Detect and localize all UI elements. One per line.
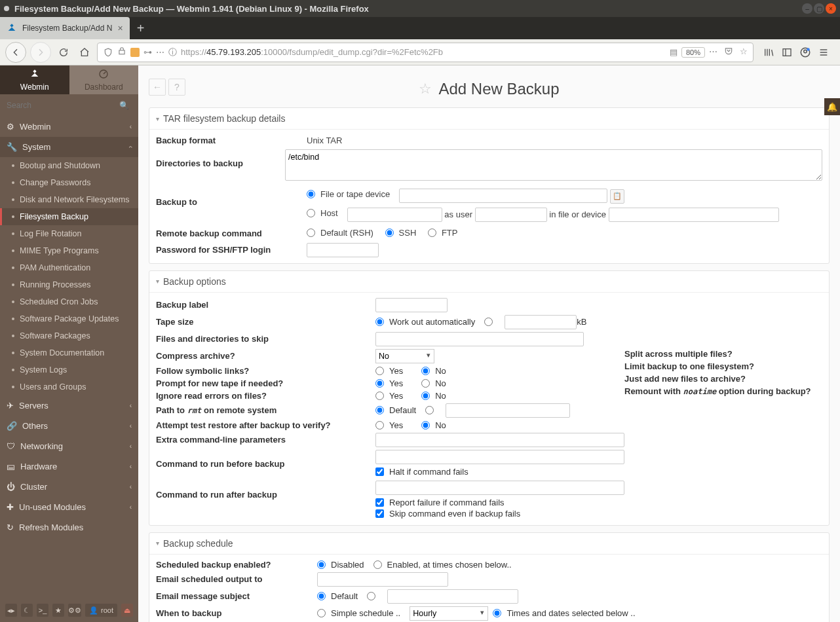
cmd-before-input[interactable] (375, 450, 624, 464)
radio-subject-default[interactable]: Default (317, 591, 358, 601)
nav-sub-software-package-updates[interactable]: Software Package Updates (0, 310, 138, 327)
nav-servers[interactable]: ✈Servers‹ (0, 395, 138, 416)
nav-refresh[interactable]: ↻Refresh Modules (0, 517, 138, 538)
library-icon[interactable] (763, 46, 774, 58)
tape-kb-input[interactable] (505, 315, 577, 329)
nav-hardware[interactable]: 🖴Hardware‹ (0, 456, 138, 477)
zoom-level[interactable]: 80% (681, 47, 705, 58)
tab-close-icon[interactable]: × (117, 23, 123, 33)
sidebar-tab-dashboard[interactable]: Dashboard (69, 65, 139, 94)
radio-follow-yes[interactable]: Yes (375, 366, 403, 376)
nav-sub-software-packages[interactable]: Software Packages (0, 327, 138, 344)
sidebar-icon[interactable] (781, 46, 793, 58)
extra-params-input[interactable] (375, 433, 624, 447)
radio-default-rsh[interactable]: Default (RSH) (307, 228, 373, 238)
minimize-button[interactable]: – (802, 3, 812, 14)
check-report[interactable]: Report failure if command fails (375, 498, 505, 507)
nav-sub-scheduled-cron-jobs[interactable]: Scheduled Cron Jobs (0, 293, 138, 310)
reader-mode-icon[interactable]: ▤ (670, 47, 678, 57)
radio-follow-no[interactable]: No (421, 366, 446, 376)
remote-file-input[interactable] (609, 208, 779, 222)
pocket-icon[interactable] (724, 46, 733, 58)
radio-prompt-yes[interactable]: Yes (375, 378, 403, 388)
files-skip-input[interactable] (375, 332, 584, 346)
radio-tape-kb[interactable] (484, 318, 495, 326)
back-button[interactable] (5, 42, 26, 63)
email-subject-input[interactable] (387, 589, 518, 604)
radio-host[interactable]: Host (307, 208, 338, 218)
terminal-button[interactable]: >_ (37, 604, 48, 617)
rmt-path-input[interactable] (446, 403, 570, 418)
nav-system[interactable]: 🔧System‹ (0, 137, 138, 157)
nav-sub-pam-authentication[interactable]: PAM Authentication (0, 259, 138, 276)
radio-ignore-no[interactable]: No (421, 391, 446, 401)
sidebar-search-input[interactable] (5, 97, 133, 114)
cmd-after-input[interactable] (375, 481, 624, 495)
radio-attempt-no[interactable]: No (421, 420, 446, 430)
help-button[interactable]: ? (168, 79, 185, 96)
nav-sub-users-and-groups[interactable]: Users and Groups (0, 378, 138, 395)
radio-rmt-custom[interactable] (425, 406, 436, 414)
directories-textarea[interactable]: /etc/bind (285, 149, 822, 181)
night-mode-button[interactable]: ☾ (21, 604, 33, 617)
as-user-input[interactable] (475, 208, 547, 222)
nav-sub-filesystem-backup[interactable]: Filesystem Backup (0, 208, 138, 225)
email-output-input[interactable] (317, 572, 448, 587)
nav-unused[interactable]: ✚Un-used Modules‹ (0, 497, 138, 517)
panel-head-tar[interactable]: ▾TAR filesystem backup details (149, 108, 829, 130)
bookmark-star-icon[interactable]: ☆ (740, 46, 748, 58)
address-bar[interactable]: ⊶ ⋯ ⓘ https://45.79.193.205:10000/fsdump… (97, 43, 754, 62)
password-input[interactable] (307, 243, 379, 257)
back-module-button[interactable]: ← (149, 79, 166, 96)
tracking-shield-icon[interactable] (103, 47, 113, 58)
close-button[interactable]: × (826, 3, 836, 14)
file-device-input[interactable] (399, 189, 607, 203)
check-skipcmd[interactable]: Skip command even if backup fails (375, 509, 520, 519)
favorites-button[interactable]: ★ (52, 604, 64, 617)
browser-tab[interactable]: Filesystem Backup/Add N × (0, 17, 130, 39)
permission-key-icon[interactable]: ⊶ (143, 47, 152, 57)
radio-rmt-default[interactable]: Default (375, 405, 416, 415)
permission-extra-icon[interactable]: ⋯ (156, 47, 164, 57)
radio-ssh[interactable]: SSH (385, 228, 417, 238)
nav-sub-system-documentation[interactable]: System Documentation (0, 344, 138, 361)
radio-file-device[interactable]: File or tape device (307, 189, 390, 199)
account-icon[interactable] (799, 46, 811, 58)
menu-hamburger-icon[interactable] (818, 46, 830, 58)
nav-sub-mime-type-programs[interactable]: MIME Type Programs (0, 242, 138, 259)
radio-prompt-no[interactable]: No (421, 378, 446, 388)
radio-sched-enabled[interactable]: Enabled, at times chosen below.. (373, 560, 512, 570)
nav-sub-disk-and-network-filesystems[interactable]: Disk and Network Filesystems (0, 191, 138, 208)
backup-label-input[interactable] (375, 298, 448, 312)
maximize-button[interactable]: ▢ (814, 3, 824, 14)
nav-sub-change-passwords[interactable]: Change Passwords (0, 174, 138, 191)
reload-button[interactable] (55, 44, 72, 61)
panel-head-options[interactable]: ▾Backup options (149, 271, 829, 293)
collapse-sidebar-button[interactable]: ◂▸ (5, 604, 17, 617)
radio-attempt-yes[interactable]: Yes (375, 420, 403, 430)
nav-cluster[interactable]: ⏻Cluster‹ (0, 477, 138, 497)
settings-cogs-button[interactable]: ⚙⚙ (68, 604, 81, 617)
favorite-star-icon[interactable]: ☆ (419, 81, 432, 98)
radio-tape-auto[interactable]: Work out automatically (375, 317, 475, 327)
nav-sub-running-processes[interactable]: Running Processes (0, 276, 138, 293)
new-tab-button[interactable]: + (130, 17, 152, 39)
compress-select[interactable]: No (375, 349, 434, 363)
nav-sub-log-file-rotation[interactable]: Log File Rotation (0, 225, 138, 242)
radio-times-selected[interactable]: Times and dates selected below .. (493, 608, 635, 618)
nav-webmin[interactable]: ⚙Webmin‹ (0, 117, 138, 137)
simple-schedule-select[interactable]: Hourly (410, 606, 488, 621)
logout-button[interactable]: ⏏ (121, 604, 133, 617)
lock-warning-icon[interactable] (117, 46, 126, 58)
forward-button[interactable] (30, 42, 51, 63)
info-circle-icon[interactable]: ⓘ (168, 46, 177, 58)
nav-others[interactable]: 🔗Others‹ (0, 416, 138, 436)
search-icon[interactable]: 🔍 (119, 101, 129, 110)
nav-networking[interactable]: 🛡Networking‹ (0, 436, 138, 456)
home-button[interactable] (76, 44, 93, 61)
check-halt[interactable]: Halt if command fails (375, 467, 468, 477)
radio-ignore-yes[interactable]: Yes (375, 391, 403, 401)
radio-subject-custom[interactable] (367, 592, 378, 600)
panel-head-schedule[interactable]: ▾Backup schedule (149, 533, 829, 555)
user-badge[interactable]: 👤root (85, 604, 117, 617)
